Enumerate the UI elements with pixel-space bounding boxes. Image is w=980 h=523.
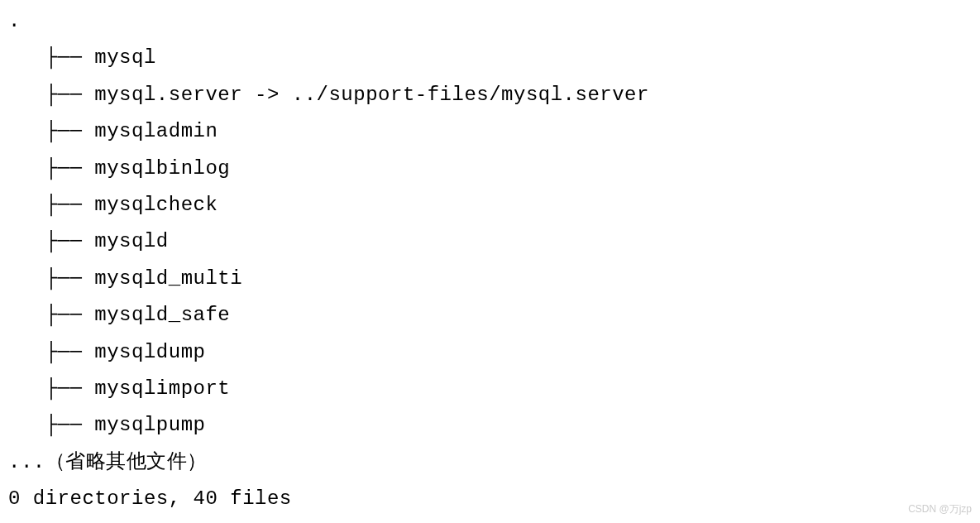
tree-root: .	[8, 3, 972, 40]
tree-entry: ├── mysqldump	[8, 334, 972, 371]
tree-entry: ├── mysqlpump	[8, 407, 972, 444]
tree-entries: ├── mysql ├── mysql.server -> ../support…	[8, 40, 972, 444]
watermark-text: CSDN @万jzp	[908, 500, 972, 518]
tree-entry: ├── mysqld_safe	[8, 297, 972, 333]
tree-entry: ├── mysql	[8, 40, 972, 76]
tree-entry: ├── mysql.server -> ../support-files/mys…	[8, 77, 972, 113]
omitted-note: ...（省略其他文件）	[8, 444, 972, 481]
tree-entry: ├── mysqld_multi	[8, 261, 972, 297]
tree-entry: ├── mysqld	[8, 223, 972, 260]
tree-entry: ├── mysqlimport	[8, 371, 972, 407]
tree-entry: ├── mysqladmin	[8, 113, 972, 150]
tree-output: . ├── mysql ├── mysql.server -> ../suppo…	[0, 0, 980, 517]
tree-entry: ├── mysqlcheck	[8, 187, 972, 223]
tree-entry: ├── mysqlbinlog	[8, 151, 972, 187]
summary-line: 0 directories, 40 files	[8, 481, 972, 517]
